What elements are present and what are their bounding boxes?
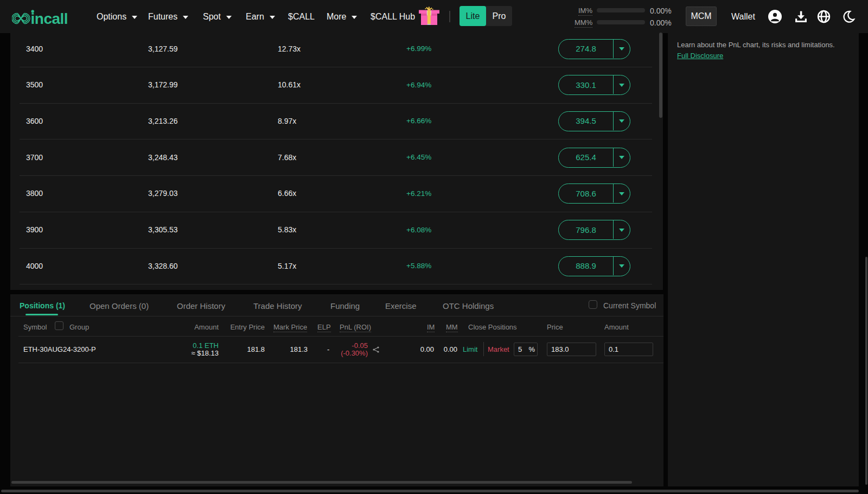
svg-text:incall: incall bbox=[31, 10, 68, 26]
